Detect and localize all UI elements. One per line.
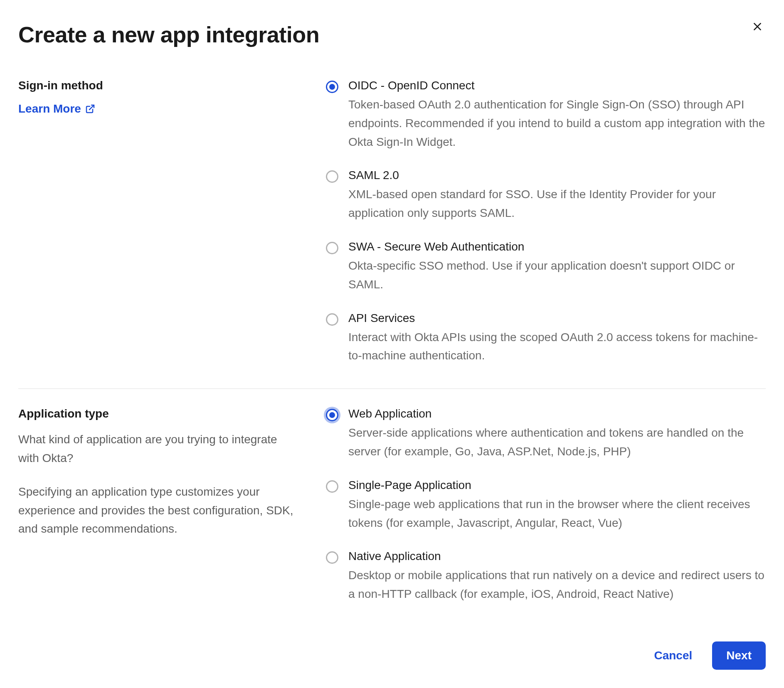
next-button[interactable]: Next — [712, 641, 766, 670]
application-type-radio-group: Web Application Server-side applications… — [326, 407, 766, 604]
radio-desc: Token-based OAuth 2.0 authentication for… — [348, 96, 766, 151]
signin-method-radio-group: OIDC - OpenID Connect Token-based OAuth … — [326, 79, 766, 365]
section-signin-method: Sign-in method Learn More OIDC - OpenID … — [18, 71, 766, 388]
learn-more-link[interactable]: Learn More — [18, 102, 95, 115]
radio-oidc[interactable]: OIDC - OpenID Connect Token-based OAuth … — [326, 79, 766, 151]
create-app-integration-modal: Create a new app integration Sign-in met… — [0, 0, 784, 688]
radio-single-page-application[interactable]: Single-Page Application Single-page web … — [326, 479, 766, 533]
signin-method-label: Sign-in method — [18, 79, 301, 92]
radio-desc: Interact with Okta APIs using the scoped… — [348, 328, 766, 366]
external-link-icon — [85, 104, 95, 114]
section-right: OIDC - OpenID Connect Token-based OAuth … — [326, 79, 766, 365]
radio-indicator — [326, 242, 338, 254]
radio-title: Native Application — [348, 550, 766, 563]
radio-indicator — [326, 551, 338, 564]
radio-desc: Server-side applications where authentic… — [348, 424, 766, 461]
section-application-type: Application type What kind of applicatio… — [18, 389, 766, 627]
section-left: Application type What kind of applicatio… — [18, 407, 309, 604]
cancel-button[interactable]: Cancel — [649, 641, 697, 670]
radio-title: SWA - Secure Web Authentication — [348, 240, 766, 253]
radio-indicator — [326, 313, 338, 326]
close-icon — [752, 21, 763, 32]
application-type-label: Application type — [18, 407, 301, 420]
radio-saml[interactable]: SAML 2.0 XML-based open standard for SSO… — [326, 169, 766, 223]
radio-indicator — [326, 409, 338, 421]
radio-title: SAML 2.0 — [348, 169, 766, 182]
radio-native-application[interactable]: Native Application Desktop or mobile app… — [326, 550, 766, 604]
close-button[interactable] — [749, 18, 766, 35]
radio-swa[interactable]: SWA - Secure Web Authentication Okta-spe… — [326, 240, 766, 294]
radio-api-services[interactable]: API Services Interact with Okta APIs usi… — [326, 312, 766, 366]
application-type-hint: Specifying an application type customize… — [18, 483, 301, 538]
section-left: Sign-in method Learn More — [18, 79, 309, 365]
radio-desc: Single-page web applications that run in… — [348, 495, 766, 533]
radio-title: API Services — [348, 312, 766, 325]
radio-desc: XML-based open standard for SSO. Use if … — [348, 185, 766, 223]
modal-title: Create a new app integration — [18, 22, 766, 47]
radio-indicator — [326, 480, 338, 493]
radio-indicator — [326, 81, 338, 93]
radio-indicator — [326, 170, 338, 183]
radio-desc: Desktop or mobile applications that run … — [348, 566, 766, 604]
application-type-question: What kind of application are you trying … — [18, 430, 301, 468]
radio-title: Single-Page Application — [348, 479, 766, 492]
modal-footer: Cancel Next — [649, 641, 766, 670]
radio-title: OIDC - OpenID Connect — [348, 79, 766, 92]
section-right: Web Application Server-side applications… — [326, 407, 766, 604]
radio-web-application[interactable]: Web Application Server-side applications… — [326, 407, 766, 461]
learn-more-text: Learn More — [18, 102, 81, 115]
radio-desc: Okta-specific SSO method. Use if your ap… — [348, 257, 766, 294]
radio-title: Web Application — [348, 407, 766, 420]
